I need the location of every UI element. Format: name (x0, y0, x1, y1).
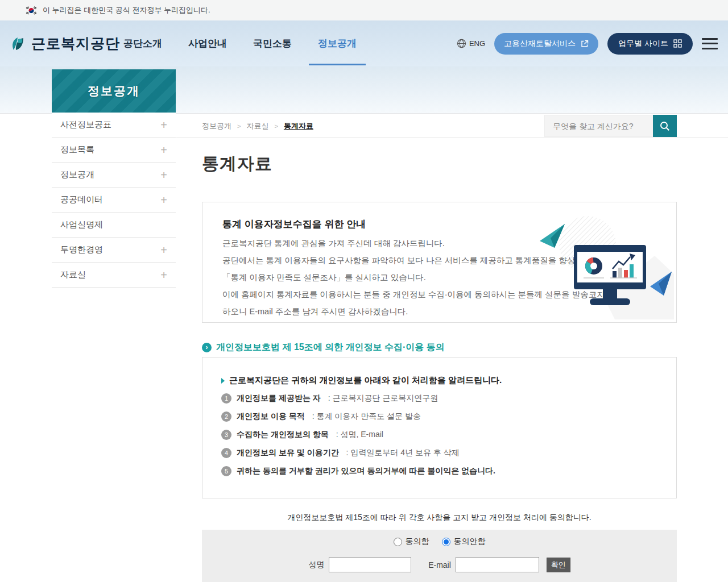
header-utilities: ENG 고용산재토탈서비스 업무별 사이트 (457, 20, 718, 66)
notice-box: 통계 이용자정보수집을 위한 안내 근로복지공단 통계에 관심을 가져 주신데 … (202, 202, 677, 323)
breadcrumb-separator: > (237, 123, 241, 130)
contact-form-row: 성명 E-mail 확인 (202, 557, 677, 572)
search-icon (660, 121, 670, 131)
nav-item-0[interactable]: 공단소개 (110, 20, 175, 66)
privacy-item-2: 3 수집하는 개인정보의 항목 : 성명, E-mail (221, 426, 500, 444)
consent-radio-group: 동의함 동의안함 (202, 537, 677, 547)
number-badge: 5 (221, 466, 231, 476)
logo[interactable]: 근로복지공단 (8, 20, 120, 66)
plus-icon[interactable]: + (160, 169, 167, 181)
nav-item-1[interactable]: 사업안내 (175, 20, 240, 66)
privacy-intro: 근로복지공단은 귀하의 개인정보를 아래와 같이 처리함을 알려드립니다. (221, 375, 502, 386)
main-nav: 공단소개 사업안내 국민소통 정보공개 (110, 20, 370, 66)
privacy-items: 1 개인정보를 제공받는 자 : 근로복지공단 근로복지연구원 2 개인정보 이… (221, 389, 500, 480)
privacy-item-label: 귀하는 동의를 거부할 권리가 있으며 동의거부에 따른 불이익은 없습니다. (237, 466, 495, 476)
sidebar-item-label: 투명한경영 (60, 244, 103, 255)
disagree-option[interactable]: 동의안함 (442, 537, 486, 547)
sidebar-item-label: 정보공개 (60, 169, 94, 180)
sidebar-item-1[interactable]: 정보목록 + (52, 138, 176, 163)
page: 이 누리집은 대한민국 공식 전자정부 누리집입니다. 근로복지공단 공단소개 … (0, 0, 728, 582)
sidebar-item-4[interactable]: 사업실명제 + (52, 213, 176, 238)
privacy-item-label: 수집하는 개인정보의 항목 (237, 430, 329, 440)
triangle-bullet-icon (221, 378, 225, 384)
menu-icon[interactable] (702, 38, 718, 49)
number-badge: 2 (221, 411, 231, 422)
plus-icon[interactable]: + (160, 194, 167, 206)
privacy-intro-text: 근로복지공단은 귀하의 개인정보를 아래와 같이 처리함을 알려드립니다. (229, 375, 502, 386)
privacy-item-3: 4 개인정보의 보유 및 이용기간 : 입력일로부터 4년 보유 후 삭제 (221, 444, 500, 462)
confirm-button[interactable]: 확인 (547, 558, 570, 572)
number-badge: 3 (221, 430, 231, 440)
number-badge: 1 (221, 393, 231, 404)
sidebar-title: 정보공개 (52, 69, 176, 113)
sidebar-item-label: 정보목록 (60, 144, 94, 155)
privacy-item-value: : 성명, E-mail (334, 430, 383, 440)
nav-item-3[interactable]: 정보공개 (305, 20, 370, 66)
search-input[interactable] (544, 115, 653, 137)
logo-text: 근로복지공단 (31, 34, 120, 53)
privacy-item-value: : 입력일로부터 4년 보유 후 삭제 (344, 448, 460, 458)
privacy-item-value: : 통계 이용자 만족도 설문 발송 (310, 411, 421, 422)
plus-icon[interactable]: + (160, 244, 167, 256)
privacy-section-heading: › 개인정보보호법 제 15조에 의한 개인정보 수집·이용 동의 (202, 342, 445, 354)
consent-note: 개인정보보호법 제15조에 따라 위 각호 사항을 고지 받고 개인정보 처리에… (202, 513, 677, 523)
agree-label: 동의함 (406, 537, 429, 547)
privacy-item-label: 개인정보 이용 목적 (237, 411, 305, 422)
korea-flag-icon (25, 6, 38, 15)
breadcrumb: 정보공개 > 자료실 > 통계자료 (202, 114, 313, 138)
number-badge: 4 (221, 448, 231, 458)
privacy-item-value: : 근로복지공단 근로복지연구원 (326, 393, 439, 404)
total-service-label: 고용산재토탈서비스 (504, 39, 576, 49)
email-label: E-mail (428, 560, 451, 569)
name-label: 성명 (308, 560, 324, 570)
breadcrumb-item-0[interactable]: 정보공개 (202, 121, 231, 131)
section-arrow-icon: › (202, 343, 212, 352)
privacy-item-label: 개인정보를 제공받는 자 (237, 393, 321, 404)
sidebar-item-label: 공공데이터 (60, 194, 103, 205)
plus-icon[interactable]: + (160, 269, 167, 281)
sidebar-item-0[interactable]: 사전정보공표 + (52, 113, 176, 138)
statistics-monitor-illustration (535, 211, 674, 319)
grid-icon (673, 39, 682, 48)
sidebar-item-2[interactable]: 정보공개 + (52, 163, 176, 188)
sidebar-item-5[interactable]: 투명한경영 + (52, 238, 176, 263)
plus-icon[interactable]: + (160, 144, 167, 156)
business-sites-label: 업무별 사이트 (618, 39, 668, 49)
consent-form: 동의함 동의안함 성명 E-mail 확인 (202, 530, 677, 582)
total-service-button[interactable]: 고용산재토탈서비스 (494, 33, 598, 55)
email-field[interactable] (456, 557, 539, 572)
gov-banner: 이 누리집은 대한민국 공식 전자정부 누리집입니다. (0, 0, 728, 20)
sidebar-item-3[interactable]: 공공데이터 + (52, 188, 176, 213)
sidebar: 정보공개 사전정보공표 + 정보목록 + 정보공개 + 공공데이터 + 사업실명… (52, 69, 176, 288)
privacy-item-4: 5 귀하는 동의를 거부할 권리가 있으며 동의거부에 따른 불이익은 없습니다… (221, 462, 500, 480)
agree-radio[interactable] (394, 538, 402, 546)
breadcrumb-separator: > (274, 123, 278, 130)
nav-item-2[interactable]: 국민소통 (240, 20, 305, 66)
privacy-item-0: 1 개인정보를 제공받는 자 : 근로복지공단 근로복지연구원 (221, 389, 500, 408)
disagree-label: 동의안함 (454, 537, 486, 547)
sidebar-item-6[interactable]: 자료실 + (52, 263, 176, 288)
site-search (544, 115, 677, 137)
sidebar-item-label: 자료실 (60, 269, 86, 280)
agree-option[interactable]: 동의함 (394, 537, 429, 547)
breadcrumb-bar: 정보공개 > 자료실 > 통계자료 (176, 114, 728, 138)
gov-banner-text: 이 누리집은 대한민국 공식 전자정부 누리집입니다. (43, 5, 210, 15)
privacy-box: 근로복지공단은 귀하의 개인정보를 아래와 같이 처리함을 알려드립니다. 1 … (202, 357, 677, 498)
name-field[interactable] (329, 557, 411, 572)
privacy-section-title: 개인정보보호법 제 15조에 의한 개인정보 수집·이용 동의 (216, 342, 445, 354)
external-link-icon (581, 40, 589, 48)
sidebar-menu: 사전정보공표 + 정보목록 + 정보공개 + 공공데이터 + 사업실명제 + 투… (52, 113, 176, 288)
notice-title: 통계 이용자정보수집을 위한 안내 (222, 218, 366, 231)
header: 근로복지공단 공단소개 사업안내 국민소통 정보공개 ENG 고용산재토탈서비스 (0, 20, 728, 66)
business-sites-button[interactable]: 업무별 사이트 (607, 33, 693, 55)
plus-icon[interactable]: + (160, 119, 167, 131)
disagree-radio[interactable] (442, 538, 450, 546)
breadcrumb-item-current[interactable]: 통계자료 (284, 121, 313, 131)
search-button[interactable] (653, 115, 677, 137)
breadcrumb-item-1[interactable]: 자료실 (246, 121, 268, 131)
logo-icon (8, 34, 27, 53)
page-title: 통계자료 (202, 152, 272, 176)
sidebar-item-label: 사업실명제 (60, 219, 103, 230)
language-switch[interactable]: ENG (457, 39, 485, 48)
sidebar-item-label: 사전정보공표 (60, 119, 111, 130)
